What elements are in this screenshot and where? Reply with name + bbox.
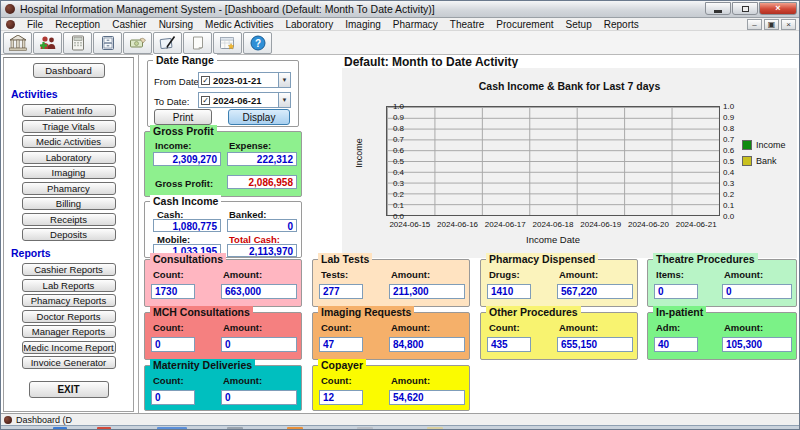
mch-amount-field[interactable]: 0 — [221, 337, 297, 352]
sidebar-triage-vitals-button[interactable]: Triage Vitals — [22, 120, 116, 133]
sidebar-dashboard-button[interactable]: Dashboard — [33, 63, 105, 78]
imaging-amount-label: Amount: — [391, 322, 430, 333]
from-date-checkbox[interactable]: ✓ — [201, 76, 210, 85]
menu-cashier[interactable]: Cashier — [106, 19, 152, 30]
copayer-count-field[interactable]: 12 — [319, 390, 363, 405]
sidebar-laboratory-button[interactable]: Laboratory — [22, 151, 116, 164]
sidebar-cashier-reports-button[interactable]: Cashier Reports — [22, 263, 116, 276]
add-patient-button[interactable] — [33, 32, 62, 54]
consultations-count-field[interactable]: 1730 — [151, 284, 195, 299]
lab-tests-panel: Lab Tests Tests: Amount: 277 211,300 — [312, 259, 470, 307]
cash-payment-button[interactable] — [123, 32, 152, 54]
exit-button[interactable]: EXIT — [29, 381, 109, 398]
income-field[interactable]: 2,309,270 — [153, 152, 221, 166]
mdi-minimize-button[interactable]: – — [747, 19, 762, 30]
mch-consultations-title: MCH Consultations — [150, 306, 253, 318]
date-range-title: Date Range — [153, 54, 217, 66]
theatre-items-label: Items: — [656, 269, 684, 280]
menu-procurement[interactable]: Procurement — [490, 19, 559, 30]
pharmacy-drugs-field[interactable]: 1410 — [487, 284, 531, 299]
from-date-combo[interactable]: ✓ 2023-01-21 ▼ — [198, 72, 291, 88]
minimize-button[interactable] — [705, 2, 731, 15]
x-tick-label: 2024-06-21 — [672, 220, 720, 229]
sidebar-imaging-button[interactable]: Imaging — [22, 166, 116, 179]
x-ticks: 2024-06-152024-06-162024-06-172024-06-18… — [386, 220, 720, 229]
pharmacy-amount-field[interactable]: 567,220 — [557, 284, 633, 299]
to-date-dropdown-icon[interactable]: ▼ — [278, 93, 290, 107]
copayer-amount-field[interactable]: 54,620 — [389, 390, 465, 405]
gross-profit-field[interactable]: 2,086,958 — [227, 175, 297, 189]
lab-tests-count-field[interactable]: 277 — [319, 284, 363, 299]
windows-taskbar[interactable] — [1, 425, 799, 430]
menu-file[interactable]: File — [21, 19, 49, 30]
sidebar-billing-button[interactable]: Billing — [22, 197, 116, 210]
sidebar-patient-info-button[interactable]: Patient Info — [22, 104, 116, 117]
sidebar-pharmacy-button[interactable]: Phamarcy — [22, 182, 116, 195]
menu-pharmacy[interactable]: Pharmacy — [387, 19, 444, 30]
sidebar-reports-label: Reports — [11, 247, 133, 259]
help-button[interactable]: ? — [243, 32, 272, 54]
theatre-items-field[interactable]: 0 — [654, 284, 698, 299]
menu-bar: File Reception Cashier Nursing Medic Act… — [1, 18, 799, 31]
banked-field[interactable]: 0 — [227, 219, 297, 232]
sidebar-receipts-button[interactable]: Receipts — [22, 213, 116, 226]
maternity-amount-field[interactable]: 0 — [221, 390, 297, 405]
gross-profit-title: Gross Profit — [150, 125, 217, 137]
other-count-field[interactable]: 435 — [487, 337, 531, 352]
to-date-combo[interactable]: ✓ 2024-06-21 ▼ — [198, 92, 291, 108]
theatre-amount-field[interactable]: 0 — [722, 284, 792, 299]
sidebar-doctor-reports-button[interactable]: Doctor Reports — [22, 310, 116, 323]
bank-home-button[interactable] — [3, 32, 32, 54]
menu-nursing[interactable]: Nursing — [153, 19, 199, 30]
menu-reports[interactable]: Reports — [598, 19, 645, 30]
imaging-amount-field[interactable]: 84,800 — [389, 337, 465, 352]
to-date-checkbox[interactable]: ✓ — [201, 96, 210, 105]
total-cash-field[interactable]: 2,113,970 — [227, 244, 297, 257]
menu-setup[interactable]: Setup — [560, 19, 598, 30]
menu-laboratory[interactable]: Laboratory — [279, 19, 339, 30]
sidebar-invoice-generator-button[interactable]: Invoice Generator — [22, 356, 116, 369]
expense-field[interactable]: 222,312 — [227, 152, 297, 166]
maternity-count-field[interactable]: 0 — [151, 390, 195, 405]
lab-tests-amount-field[interactable]: 211,300 — [389, 284, 465, 299]
signature-pen-button[interactable] — [153, 32, 182, 54]
menu-theatre[interactable]: Theatre — [444, 19, 490, 30]
other-amount-field[interactable]: 655,150 — [557, 337, 633, 352]
file-cabinet-button[interactable] — [93, 32, 122, 54]
menu-medic-activities[interactable]: Medic Activities — [199, 19, 279, 30]
sidebar-pharmacy-reports-button[interactable]: Phamacy Reports — [22, 294, 116, 307]
mdi-close-button[interactable]: × — [781, 19, 796, 30]
cash-field[interactable]: 1,080,775 — [153, 219, 221, 232]
from-date-dropdown-icon[interactable]: ▼ — [278, 73, 290, 87]
signature-pen-icon — [159, 35, 177, 51]
legend-bank: Bank — [742, 156, 786, 166]
print-button[interactable]: Print — [154, 109, 212, 125]
close-button[interactable]: × — [759, 2, 797, 15]
sidebar-medic-income-report-button[interactable]: Medic Income Report — [22, 341, 116, 354]
imaging-count-field[interactable]: 47 — [319, 337, 363, 352]
sidebar-lab-reports-button[interactable]: Lab Reports — [22, 279, 116, 292]
consultations-title: Consultations — [150, 253, 226, 265]
other-amount-label: Amount: — [559, 322, 598, 333]
display-button[interactable]: Display — [228, 109, 290, 125]
consultations-amount-field[interactable]: 663,000 — [221, 284, 297, 299]
main-content: Date Range From Date: ✓ 2023-01-21 ▼ To … — [138, 55, 799, 413]
menu-reception[interactable]: Reception — [49, 19, 106, 30]
sidebar-medic-activities-button[interactable]: Medic Activities — [22, 135, 116, 148]
mch-count-field[interactable]: 0 — [151, 337, 195, 352]
mdi-restore-button[interactable]: ▣ — [764, 19, 779, 30]
sidebar-deposits-button[interactable]: Deposits — [22, 228, 116, 241]
menu-imaging[interactable]: Imaging — [339, 19, 387, 30]
calculator-notes-button[interactable] — [63, 32, 92, 54]
inpatient-adm-field[interactable]: 40 — [654, 337, 698, 352]
add-patient-icon — [39, 35, 57, 51]
svg-text:?: ? — [254, 37, 260, 48]
inpatient-amount-field[interactable]: 105,300 — [722, 337, 792, 352]
calendar-star-button[interactable] — [213, 32, 242, 54]
blank-note-button[interactable] — [183, 32, 212, 54]
y-tick-label: 0.5 — [384, 157, 404, 166]
y-tick-label: 0.7 — [723, 135, 743, 144]
restore-button[interactable] — [732, 2, 758, 15]
x-tick-label: 2024-06-18 — [529, 220, 577, 229]
sidebar-manager-reports-button[interactable]: Manager Reports — [22, 325, 116, 338]
